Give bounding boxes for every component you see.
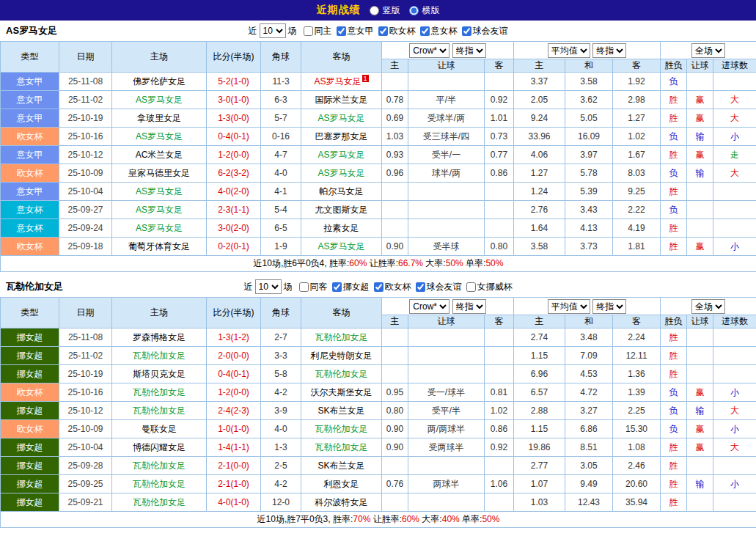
- league-filter-checkbox[interactable]: [299, 282, 309, 292]
- europe-source-select[interactable]: 平均值: [548, 43, 590, 58]
- match-date: 25-09-25: [59, 475, 112, 493]
- filter-checkbox[interactable]: 球会友谊: [416, 282, 462, 292]
- col-result: 胜负: [661, 315, 687, 328]
- filter-checkbox[interactable]: 欧女杯: [378, 26, 416, 36]
- europe-draw-odds: 3.05: [565, 457, 613, 475]
- goals-flag: 小: [713, 238, 756, 256]
- league-filter-checkbox[interactable]: [420, 26, 430, 36]
- europe-source-select[interactable]: 平均值: [548, 299, 590, 314]
- corner-score: 0-16: [261, 128, 301, 146]
- match-row: 欧女杯25-10-16AS罗马女足0-4(0-1)0-16巴塞罗那女足1.03受…: [1, 128, 756, 146]
- filter-checkbox[interactable]: 女挪威杯: [466, 282, 513, 292]
- layout-option-vertical[interactable]: 竖版: [370, 4, 400, 17]
- handicap-away-odds: [485, 201, 514, 219]
- europe-draw-odds: 5.39: [565, 183, 613, 201]
- handicap-flag: [687, 493, 713, 512]
- europe-away-odds: 20.60: [613, 475, 661, 493]
- handicap-odds-selects: Crow* 终指: [382, 42, 514, 59]
- match-date: 25-09-27: [59, 201, 112, 219]
- match-date: 25-10-04: [59, 183, 112, 201]
- handicap-time-select[interactable]: 终指: [452, 43, 486, 58]
- recent-count-select[interactable]: 10: [255, 279, 282, 294]
- europe-home-odds: 2.74: [514, 328, 565, 347]
- filter-checkbox[interactable]: 挪女超: [332, 282, 370, 292]
- handicap-away-odds: [485, 219, 514, 238]
- europe-away-odds: 2.24: [613, 328, 661, 347]
- handicap-line: 受一/球半: [408, 383, 485, 402]
- handicap-source-select[interactable]: Crow*: [409, 299, 449, 314]
- result-flag: 负: [661, 383, 687, 402]
- corner-score: 2-7: [261, 328, 301, 347]
- europe-home-odds: 19.86: [514, 438, 565, 457]
- match-row: 意女杯25-09-24AS罗马女足3-0(2-0)6-5拉素女足1.644.13…: [1, 219, 756, 238]
- scope-select[interactable]: 全场: [691, 43, 725, 58]
- league-filter-checkbox[interactable]: [304, 26, 313, 36]
- col-ah-away: 客: [485, 315, 514, 328]
- result-flag: 胜: [661, 347, 687, 365]
- league-badge: 意女杯: [1, 219, 59, 238]
- games-label: 场: [288, 25, 297, 37]
- scope-select[interactable]: 全场: [691, 299, 725, 314]
- handicap-line: [408, 457, 485, 475]
- league-badge: 欧女杯: [1, 128, 59, 146]
- score: 1-2(0-0): [207, 146, 261, 164]
- layout-option-horizontal[interactable]: 横版: [409, 4, 440, 17]
- league-filter-checkbox[interactable]: [337, 26, 346, 36]
- league-filter-checkbox[interactable]: [378, 26, 388, 36]
- result-flag: 胜: [661, 328, 687, 347]
- home-team: 瓦勒伦加女足: [112, 383, 207, 402]
- filter-controls: 近 10 场 同主意女甲欧女杯意女杯球会友谊: [249, 23, 508, 38]
- europe-home-odds: 1.27: [514, 164, 565, 183]
- away-team: 利恩女足: [301, 475, 382, 493]
- corner-score: 11-3: [261, 73, 301, 91]
- vertical-layout-radio[interactable]: [370, 6, 379, 15]
- handicap-time-select[interactable]: 终指: [452, 299, 486, 314]
- league-filter-checkbox[interactable]: [462, 26, 471, 36]
- score: 0-4(0-1): [207, 128, 261, 146]
- filter-checkbox[interactable]: 意女杯: [420, 26, 458, 36]
- vertical-layout-label: 竖版: [383, 4, 400, 17]
- away-team: 瓦勒伦加女足: [301, 420, 382, 438]
- filter-checkbox[interactable]: 球会友谊: [462, 26, 508, 36]
- handicap-away-odds: [485, 365, 514, 383]
- europe-draw-odds: 16.09: [565, 128, 613, 146]
- filter-checkbox[interactable]: 欧女杯: [374, 282, 411, 292]
- europe-time-select[interactable]: 终指: [592, 43, 626, 58]
- handicap-away-odds: [485, 493, 514, 512]
- europe-away-odds: 4.19: [613, 219, 661, 238]
- col-type: 类型: [1, 298, 59, 328]
- europe-time-select[interactable]: 终指: [592, 299, 626, 314]
- home-team: 瓦勒伦加女足: [112, 475, 207, 493]
- handicap-away-odds: [485, 347, 514, 365]
- handicap-home-odds: [382, 457, 408, 475]
- filter-checkbox[interactable]: 意女甲: [337, 26, 374, 36]
- summary-row: 近10场,胜7平0负3, 胜率:70% 让胜率:60% 大率:40% 单率:50…: [1, 512, 756, 528]
- league-filter-checkbox[interactable]: [374, 282, 383, 292]
- filter-checkbox[interactable]: 同主: [304, 26, 332, 36]
- summary-text: 40%: [442, 514, 460, 524]
- handicap-flag: 输: [687, 164, 713, 183]
- section-header-as-roma: AS罗马女足 近 10 场 同主意女甲欧女杯意女杯球会友谊: [0, 21, 756, 41]
- recent-count-select[interactable]: 10: [260, 23, 286, 38]
- checkbox-label: 同客: [310, 282, 328, 292]
- home-team: 罗森博格女足: [112, 328, 207, 347]
- europe-odds-selects: 平均值 终指: [514, 298, 661, 315]
- league-filter-checkbox[interactable]: [466, 282, 476, 292]
- goals-flag: [713, 219, 756, 238]
- league-filter-checkbox[interactable]: [416, 282, 425, 292]
- league-badge: 欧女杯: [1, 238, 59, 256]
- horizontal-layout-radio[interactable]: [409, 6, 419, 15]
- league-filter-checkbox[interactable]: [332, 282, 342, 292]
- home-team: 瓦勒伦加女足: [112, 493, 207, 512]
- col-score: 比分(半场): [207, 42, 261, 73]
- goals-flag: 大: [713, 402, 756, 420]
- col-home: 主场: [112, 42, 207, 73]
- handicap-source-select[interactable]: Crow*: [409, 43, 449, 58]
- filter-checkbox[interactable]: 同客: [299, 282, 328, 292]
- col-type: 类型: [1, 42, 59, 73]
- summary-text: 50%: [485, 258, 503, 268]
- europe-home-odds: 2.88: [514, 402, 565, 420]
- corner-score: 1-9: [261, 238, 301, 256]
- filter-checkboxes: 同客挪女超欧女杯球会友谊女挪威杯: [295, 281, 513, 293]
- summary-row: 近10场,胜6平0负4, 胜率:60% 让胜率:66.7% 大率:50% 单率:…: [1, 256, 756, 272]
